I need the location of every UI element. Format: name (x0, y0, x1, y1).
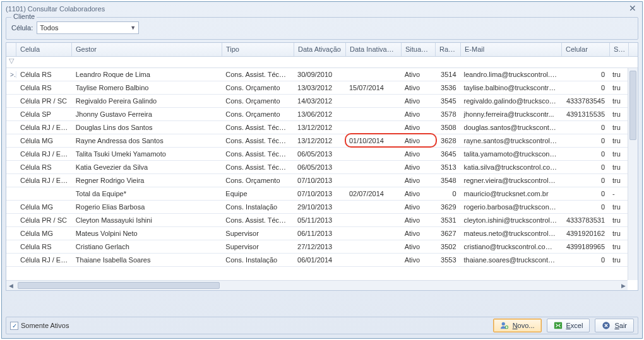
horizontal-scrollbar[interactable]: ◀ ▶ (6, 280, 628, 290)
table-row[interactable]: >Célula RSLeandro Roque de LimaCons. Ass… (6, 68, 628, 81)
table-row[interactable]: Célula SPJhonny Gustavo FerreiraCons. Or… (6, 108, 628, 121)
cell-situacao: Ativo (401, 230, 435, 237)
header-situacao[interactable]: Situacao (402, 43, 436, 56)
cell-celular: 0 (561, 190, 609, 197)
header-ativacao[interactable]: Data Ativação (294, 43, 346, 56)
cell-ramal: 3513 (435, 163, 460, 171)
excel-button[interactable]: Excel (547, 319, 590, 332)
cell-celula: Célula RJ / ES... (16, 150, 72, 158)
cell-skype: tru (609, 71, 628, 78)
grid-filter-row[interactable]: ▽ (6, 57, 638, 68)
excel-label-rest: xcel (571, 322, 583, 329)
cell-celula: Célula RJ / ES... (16, 256, 72, 264)
table-row[interactable]: Célula MGMateus Volpini NetoSupervisor06… (6, 227, 628, 240)
cell-celular: 0 (561, 203, 609, 211)
cell-ativacao: 07/10/2013 (294, 190, 345, 197)
header-gestor[interactable]: Gestor (72, 43, 222, 56)
cell-celula: Célula PR / SC (16, 97, 72, 105)
table-row[interactable]: Célula RJ / ES...Douglas Lins dos Santos… (6, 121, 628, 134)
cell-gestor: Mateus Volpini Neto (72, 230, 222, 237)
table-row[interactable]: Célula RSCristiano GerlachSupervisor27/1… (6, 240, 628, 254)
sair-button[interactable]: Sair (595, 319, 634, 332)
excel-mnemonic: E (566, 322, 571, 329)
table-row[interactable]: Célula RJ / ES...Thaiane Isabella Soares… (6, 254, 628, 267)
cell-tipo: Equipe (222, 190, 294, 197)
vertical-scroll-thumb[interactable] (629, 71, 636, 140)
horizontal-scroll-thumb[interactable] (18, 282, 220, 289)
cell-situacao: Ativo (401, 163, 435, 171)
cell-tipo: Cons. Orçamento (222, 84, 294, 91)
header-skype[interactable]: Skype (610, 43, 629, 56)
table-row[interactable]: Célula RJ / ES...Talita Tsuki Umeki Yama… (6, 148, 628, 161)
table-row[interactable]: Total da Equipe*Equipe07/10/201302/07/20… (6, 187, 628, 201)
client-fieldset: Cliente Célula: Todos ▼ (6, 17, 638, 40)
cell-skype: tru (609, 97, 628, 105)
celula-select[interactable]: Todos ▼ (37, 21, 139, 34)
header-celula[interactable]: Celula (16, 43, 72, 56)
cell-gestor: Jhonny Gustavo Ferreira (72, 110, 222, 118)
close-icon[interactable]: ✕ (627, 4, 638, 14)
cell-email: mateus.neto@truckscontrol.c... (460, 230, 561, 237)
cell-celula: Célula RS (16, 71, 72, 78)
filter-icon[interactable]: ▽ (6, 57, 16, 67)
table-row[interactable]: Célula RSKatia Gevezier da SilvaCons. As… (6, 161, 628, 174)
cell-skype: tru (609, 203, 628, 211)
scroll-right-icon[interactable]: ▶ (619, 281, 628, 290)
novo-button[interactable]: Novo... (493, 319, 542, 332)
cell-ramal: 3578 (435, 110, 460, 118)
table-row[interactable]: Célula RSTaylise Romero BalbinoCons. Orç… (6, 81, 628, 95)
cell-ramal: 0 (435, 190, 460, 197)
table-row[interactable]: Célula RJ / ES...Regner Rodrigo VieiraCo… (6, 174, 628, 187)
somente-ativos-label: Somente Ativos (21, 322, 69, 329)
cell-ativacao: 14/03/2012 (294, 97, 345, 105)
header-celular[interactable]: Celular (562, 43, 610, 56)
chevron-down-icon: ▼ (130, 25, 136, 31)
header-email[interactable]: E-Mail (461, 43, 562, 56)
table-row[interactable]: Célula MGRayne Andressa dos SantosCons. … (6, 134, 628, 148)
cell-gestor: Talita Tsuki Umeki Yamamoto (72, 150, 222, 158)
novo-label-rest: ovo... (518, 322, 535, 329)
cell-celular: 0 (561, 71, 609, 78)
cell-situacao: Ativo (401, 110, 435, 118)
header-tipo[interactable]: Tipo (222, 43, 294, 56)
cell-tipo: Cons. Assist. Técnica (222, 124, 294, 131)
cell-gestor: Douglas Lins dos Santos (72, 124, 222, 131)
cell-ativacao: 30/09/2010 (294, 71, 345, 78)
header-inativacao[interactable]: Data Inativacao (346, 43, 402, 56)
somente-ativos-checkbox[interactable]: ✓ (10, 322, 18, 330)
cell-gestor: Katia Gevezier da Silva (72, 163, 222, 171)
cell-situacao: Ativo (401, 84, 435, 91)
cell-email: jhonny.ferreira@truckscontr... (460, 110, 561, 118)
cell-tipo: Cons. Assist. Técnica (222, 150, 294, 158)
celula-value: Todos (40, 24, 58, 32)
header-ramal[interactable]: Ramal (436, 43, 461, 56)
header-rowselector[interactable] (6, 43, 16, 56)
table-row[interactable]: Célula MGRogerio Elias BarbosaCons. Inst… (6, 201, 628, 214)
table-row[interactable]: Célula PR / SCRegivaldo Pereira GalindoC… (6, 95, 628, 108)
cell-tipo: Cons. Assist. Técnica (222, 163, 294, 171)
cell-skype: tru (609, 243, 628, 250)
cell-ramal: 3531 (435, 216, 460, 224)
cell-ativacao: 27/12/2013 (294, 243, 345, 250)
cell-celula: Célula RS (16, 163, 72, 171)
cell-ramal: 3645 (435, 150, 460, 158)
cell-situacao: Ativo (401, 203, 435, 211)
cell-email: cleyton.ishini@truckscontrol.c... (460, 216, 561, 224)
close-circle-icon (602, 321, 611, 330)
cell-celula: Célula RJ / ES... (16, 124, 72, 131)
cell-celular: 0 (561, 150, 609, 158)
cell-gestor: Cristiano Gerlach (72, 243, 222, 250)
cell-celular: 0 (561, 137, 609, 144)
cell-email: katia.silva@truckscontrol.com... (460, 163, 561, 171)
cell-gestor: Regner Rodrigo Vieira (72, 177, 222, 184)
cell-tipo: Cons. Orçamento (222, 110, 294, 118)
cell-ramal: 3627 (435, 230, 460, 237)
cell-tipo: Supervisor (222, 230, 294, 237)
scroll-left-icon[interactable]: ◀ (6, 281, 15, 290)
table-row[interactable]: Célula PR / SCCleyton Massayuki IshiniCo… (6, 214, 628, 227)
vertical-scrollbar[interactable] (628, 68, 638, 280)
cell-inativacao: 15/07/2014 (345, 84, 401, 91)
user-add-icon (500, 321, 509, 330)
cell-email: rogerio.barbosa@truckscontr... (460, 203, 561, 211)
cell-celular: 4333783531 (561, 216, 609, 224)
